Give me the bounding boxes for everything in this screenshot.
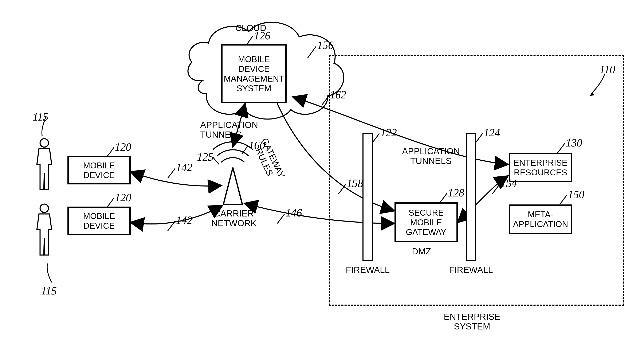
- firewall-left-label: FIREWALL: [346, 265, 390, 275]
- ref-110: 110: [600, 63, 615, 76]
- firewall-left: [362, 133, 373, 261]
- ref-146: 146: [286, 206, 302, 219]
- ref-142-2: 142: [176, 214, 192, 226]
- ref-115-1: 115: [33, 111, 48, 123]
- app-tunnels-up-label: APPLICATION TUNNELS: [200, 120, 261, 140]
- ref-120-1: 120: [115, 141, 131, 153]
- carrier-network-label: CARRIER NETWORK: [209, 209, 259, 228]
- svg-point-2: [40, 204, 48, 212]
- ref-125: 125: [197, 151, 214, 163]
- ref-122: 122: [380, 126, 397, 139]
- firewall-right-label: FIREWALL: [449, 265, 493, 275]
- enterprise-system-label: ENTERPRISE SYSTEM: [438, 312, 506, 331]
- ref-154: 154: [500, 177, 517, 190]
- ref-162: 162: [330, 88, 346, 101]
- gateway-rules-label: GATEWAY RULES: [250, 135, 287, 185]
- enterprise-resources-box: ENTERPRISE RESOURCES: [509, 153, 572, 182]
- ref-130: 130: [566, 136, 582, 149]
- meta-application-box: META- APPLICATION: [509, 204, 572, 234]
- ref-128: 128: [448, 186, 464, 199]
- person-icon-1: [32, 137, 57, 194]
- firewall-right: [466, 133, 476, 261]
- mobile-device-1: MOBILE DEVICE: [68, 156, 131, 184]
- ref-150: 150: [568, 188, 584, 201]
- person-icon-2: [32, 202, 57, 259]
- ref-126: 126: [254, 30, 270, 42]
- secure-mobile-gateway-box: SECURE MOBILE GATEWAY: [394, 202, 458, 242]
- ref-115-2: 115: [41, 284, 57, 297]
- app-tunnels-right-label: APPLICATION TUNNELS: [400, 146, 462, 166]
- ref-156: 156: [317, 39, 334, 52]
- dmz-label: DMZ: [409, 246, 434, 256]
- ref-158: 158: [347, 177, 363, 190]
- ref-142-1: 142: [176, 161, 192, 174]
- ref-124: 124: [484, 126, 500, 139]
- ref-120-2: 120: [115, 192, 131, 204]
- mdm-box: MOBILE DEVICE MANAGEMENT SYSTEM: [221, 44, 286, 103]
- mobile-device-2: MOBILE DEVICE: [68, 206, 131, 235]
- svg-point-1: [40, 139, 48, 147]
- diagram-stage: CLOUD 156 MOBILE DEVICE MANAGEMENT SYSTE…: [0, 0, 644, 352]
